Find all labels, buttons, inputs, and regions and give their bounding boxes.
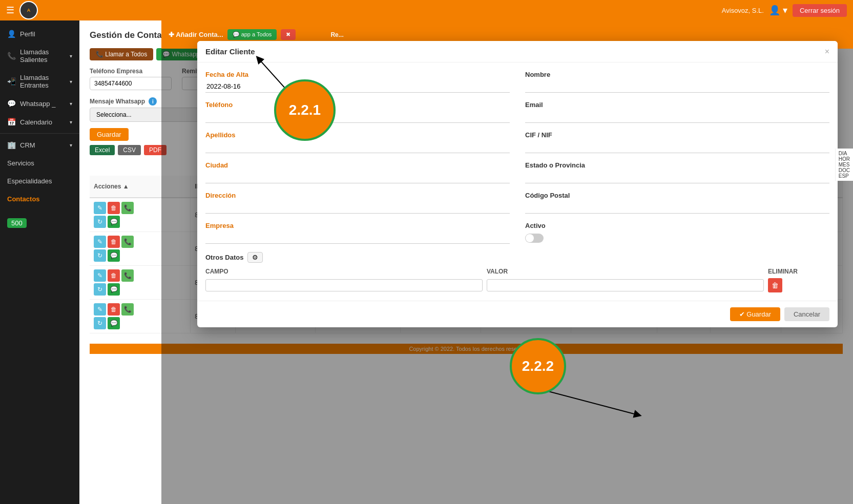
sidebar-item-perfil[interactable]: 👤 Perfil <box>0 25 79 43</box>
wa-button[interactable]: 💬 <box>108 249 120 262</box>
delete-button[interactable]: 🗑 <box>108 236 120 248</box>
user-icon: 👤 <box>7 30 16 38</box>
modal-form-grid: Fecha de Alta Nombre Teléfono Email <box>205 71 829 244</box>
sidebar-item-contactos[interactable]: Contactos <box>0 190 79 208</box>
sidebar-item-especialidades[interactable]: Especialidades <box>0 172 79 190</box>
cancelar-button[interactable]: Cancelar <box>784 307 829 321</box>
sidebar-item-llamadas-salientes[interactable]: 📞 Llamadas Salientes ▾ <box>0 43 79 69</box>
codigo-postal-label: Código Postal <box>525 192 829 199</box>
whatsapp-icon: 💬 <box>7 99 16 108</box>
fecha-alta-field: Fecha de Alta <box>205 71 510 93</box>
hamburger-icon[interactable]: ☰ <box>6 5 14 16</box>
direccion-field: Dirección <box>205 192 510 214</box>
logout-button[interactable]: Cerrar sesión <box>793 4 847 17</box>
edit-button[interactable]: ✎ <box>94 303 106 316</box>
orange-wa-button[interactable]: 💬 app a Todos <box>227 29 277 40</box>
call-button[interactable]: 📞 <box>121 202 134 214</box>
fecha-alta-label: Fecha de Alta <box>205 71 510 78</box>
wa-button[interactable]: 💬 <box>108 216 120 228</box>
apellidos-input[interactable] <box>205 141 510 153</box>
phone-outgoing-icon: 📞 <box>7 52 16 60</box>
sidebar-item-whatsapp[interactable]: 💬 Whatsapp _ ▾ <box>0 94 79 113</box>
refresh-button[interactable]: ↻ <box>94 216 106 228</box>
orange-remitente: Re... <box>330 31 343 38</box>
main-content: Gestión de Contactos ✚ Añadir Contacto ▲… <box>79 20 853 504</box>
otros-datos-section: Otros Datos ⚙ CAMPO VALOR ELIMINAR 🗑 <box>205 252 829 292</box>
modal-close-button[interactable]: × <box>825 48 829 56</box>
telefono-empresa-input[interactable] <box>90 77 172 90</box>
ciudad-input[interactable] <box>205 171 510 183</box>
telefono-input[interactable] <box>205 111 510 123</box>
wa-button[interactable]: 💬 <box>108 283 120 296</box>
user-icon[interactable]: 👤 ▾ <box>769 5 787 16</box>
otros-table-header: CAMPO VALOR ELIMINAR <box>205 268 829 275</box>
empresa-label: Empresa <box>205 222 510 229</box>
sidebar-item-llamadas-entrantes[interactable]: 📲 Llamadas Entrantes ▾ <box>0 69 79 94</box>
codigo-postal-input[interactable] <box>525 201 829 214</box>
activo-label: Activo <box>525 222 829 229</box>
delete-button[interactable]: 🗑 <box>108 269 120 282</box>
wa-button[interactable]: 💬 <box>108 317 120 329</box>
orange-bar-title: ✚ Añadir Conta... <box>169 31 223 38</box>
excel-button[interactable]: Excel <box>90 145 115 155</box>
otros-campo-input[interactable] <box>205 279 483 291</box>
direccion-input[interactable] <box>205 201 510 214</box>
email-field: Email <box>525 101 829 123</box>
edit-button[interactable]: ✎ <box>94 269 106 282</box>
valor-header: VALOR <box>487 268 764 275</box>
activo-toggle[interactable] <box>525 234 544 243</box>
estado-provincia-input[interactable] <box>525 171 829 183</box>
refresh-button[interactable]: ↻ <box>94 283 106 296</box>
navbar-right: Avisovoz, S.L. 👤 ▾ Cerrar sesión <box>722 4 847 17</box>
edit-button[interactable]: ✎ <box>94 202 106 214</box>
direccion-label: Dirección <box>205 192 510 199</box>
sidebar: 👤 Perfil 📞 Llamadas Salientes ▾ 📲 Llamad… <box>0 20 79 504</box>
modal-footer: ✔ Guardar Cancelar <box>197 301 838 327</box>
csv-button[interactable]: CSV <box>118 145 141 155</box>
guardar-button[interactable]: ✔ Guardar <box>730 307 780 321</box>
fecha-alta-input[interactable] <box>205 80 510 93</box>
codigo-postal-field: Código Postal <box>525 192 829 214</box>
sidebar-divider <box>0 133 79 134</box>
msg-info-icon: i <box>149 97 157 106</box>
cif-nif-field: CIF / NIF <box>525 131 829 153</box>
empresa-field: Empresa <box>205 222 510 244</box>
sidebar-item-servicios[interactable]: Servicios <box>0 154 79 172</box>
nombre-label: Nombre <box>525 71 829 78</box>
call-button[interactable]: 📞 <box>121 303 134 316</box>
empresa-input[interactable] <box>205 232 510 244</box>
nombre-input[interactable] <box>525 80 829 93</box>
edit-button[interactable]: ✎ <box>94 236 106 248</box>
refresh-button[interactable]: ↻ <box>94 317 106 329</box>
call-all-button[interactable]: 📞 Llamar a Todos <box>90 48 153 60</box>
call-button[interactable]: 📞 <box>121 236 134 248</box>
crm-icon: 🏢 <box>7 141 16 149</box>
telefono-label: Teléfono <box>205 101 510 109</box>
navbar-left: ☰ A <box>6 1 38 19</box>
modal-header: Editar Cliente × <box>197 41 838 62</box>
delete-button[interactable]: 🗑 <box>108 202 120 214</box>
navbar: ☰ A Avisovoz, S.L. 👤 ▾ Cerrar sesión <box>0 0 853 20</box>
orange-del-button[interactable]: ✖ <box>281 29 296 40</box>
call-button[interactable]: 📞 <box>121 269 134 282</box>
toggle-knob <box>526 234 534 242</box>
refresh-button[interactable]: ↻ <box>94 249 106 262</box>
otros-valor-input[interactable] <box>487 279 764 291</box>
sidebar-item-crm[interactable]: 🏢 CRM ▾ <box>0 136 79 154</box>
otros-datos-gear-button[interactable]: ⚙ <box>247 252 263 263</box>
apellidos-label: Apellidos <box>205 131 510 139</box>
cif-nif-input[interactable] <box>525 141 829 153</box>
apellidos-field: Apellidos <box>205 131 510 153</box>
right-labels: DIA HOR MES DOC ESP <box>835 149 853 181</box>
activo-field: Activo <box>525 222 829 244</box>
otros-delete-button[interactable]: 🗑 <box>768 278 782 292</box>
telefono-empresa-group: Teléfono Empresa <box>90 68 172 90</box>
nombre-field: Nombre <box>525 71 829 93</box>
delete-button[interactable]: 🗑 <box>108 303 120 316</box>
save-button[interactable]: Guardar <box>90 128 129 141</box>
eliminar-header: ELIMINAR <box>768 268 829 275</box>
telefono-empresa-label: Teléfono Empresa <box>90 68 172 75</box>
sidebar-item-calendario[interactable]: 📅 Calendario ▾ <box>0 113 79 131</box>
modal-title: Editar Cliente <box>205 47 255 56</box>
email-input[interactable] <box>525 111 829 123</box>
